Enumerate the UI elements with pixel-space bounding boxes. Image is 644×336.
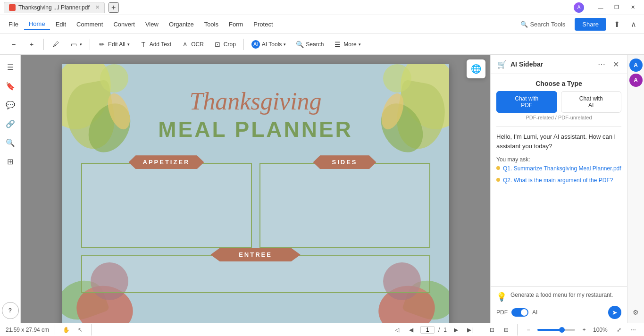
menu-form[interactable]: Form xyxy=(224,19,248,30)
restore-button[interactable]: ❐ xyxy=(609,2,624,13)
prompt-text[interactable]: Generate a food menu for my restaurant. xyxy=(510,291,621,299)
pdf-page: Thanksgiving MEAL PLANNER APPETIZER xyxy=(62,64,449,323)
more-icon: ☰ xyxy=(333,40,342,49)
ai-more-button[interactable]: ⋯ xyxy=(596,59,607,70)
pdf-unrelated-label: PDF-related / PDF-unrelated xyxy=(496,115,621,120)
close-button[interactable]: ✕ xyxy=(625,2,640,13)
view-mode-button[interactable]: ⊟ xyxy=(501,325,511,335)
suggestion-dot-1 xyxy=(496,166,500,170)
right-settings-icon[interactable]: ⚙ xyxy=(629,306,643,319)
search-sidebar-icon[interactable]: 🔍 xyxy=(2,134,19,151)
search-tools-button[interactable]: 🔍 Search Tools xyxy=(515,19,571,30)
zoom-in-button[interactable]: + xyxy=(24,38,40,50)
shape-icon: ▭ xyxy=(69,40,78,49)
menu-home[interactable]: Home xyxy=(24,18,50,30)
pdf-toggle-label: PDF xyxy=(496,309,508,316)
toolbar: − + 🖊 ▭ ▾ ✏ Edit All ▾ T Add Text A OCR … xyxy=(0,34,644,55)
ai-avatar-a-icon[interactable]: A xyxy=(629,59,643,72)
pdf-area[interactable]: 🌐 xyxy=(21,55,490,323)
left-sidebar: ☰ 🔖 💬 🔗 🔍 ⊞ ? xyxy=(0,55,21,323)
pdf-toggle-label-text: PDF xyxy=(496,309,508,316)
link-sidebar-icon[interactable]: 🔗 xyxy=(2,115,19,132)
toggle-knob xyxy=(521,309,527,316)
menu-view[interactable]: View xyxy=(141,19,163,30)
fullscreen-button[interactable]: ⤢ xyxy=(614,325,624,335)
zoom-slider[interactable] xyxy=(537,329,575,331)
file-tab[interactable]: Thanksgiving ...l Planner.pdf ✕ xyxy=(4,2,105,13)
crop-button[interactable]: ⊡ Crop xyxy=(209,38,240,50)
crop-label: Crop xyxy=(224,41,236,48)
prev-page-button[interactable]: ◀ xyxy=(406,325,417,335)
suggestion-dot-2 xyxy=(496,178,500,182)
ai-sidebar-title: AI Sidebar xyxy=(510,60,593,68)
first-page-button[interactable]: ◁ xyxy=(392,325,402,335)
more-status-button[interactable]: ⋯ xyxy=(628,325,638,335)
total-pages: 1 xyxy=(443,327,447,333)
pdf-scroll-area[interactable]: 🌐 xyxy=(21,55,490,323)
layers-icon[interactable]: ⊞ xyxy=(2,153,19,170)
next-page-button[interactable]: ▶ xyxy=(451,325,461,335)
bookmark-icon[interactable]: 🔖 xyxy=(2,77,19,94)
chat-with-pdf-button[interactable]: Chat withPDF xyxy=(496,91,557,113)
thumbnail-icon[interactable]: ☰ xyxy=(2,59,19,76)
section-grid: APPETIZER SIDES xyxy=(72,153,440,248)
fit-page-button[interactable]: ⊡ xyxy=(487,325,497,335)
avatar-circle[interactable]: A xyxy=(572,3,585,12)
pdf-ai-toggle[interactable] xyxy=(511,308,528,317)
more-button[interactable]: ☰ More ▾ xyxy=(329,38,364,50)
ai-sidebar-footer: 💡 Generate a food menu for my restaurant… xyxy=(491,286,627,323)
lightbulb-icon: 💡 xyxy=(496,292,507,302)
ai-close-button[interactable]: ✕ xyxy=(610,59,621,70)
ai-tools-button[interactable]: AI AI Tools ▾ xyxy=(248,38,290,50)
chat-with-ai-button[interactable]: Chat withAI xyxy=(561,91,622,113)
search-button[interactable]: 🔍 Search xyxy=(292,38,327,50)
zoom-knob xyxy=(559,327,565,333)
page-number-input[interactable] xyxy=(420,326,435,334)
add-text-button[interactable]: T Add Text xyxy=(135,38,175,50)
ocr-button[interactable]: A OCR xyxy=(177,38,208,50)
menu-organize[interactable]: Organize xyxy=(164,19,199,30)
highlight-button[interactable]: 🖊 xyxy=(48,38,64,50)
shape-button[interactable]: ▭ ▾ xyxy=(66,38,86,50)
status-sep-2 xyxy=(91,324,92,336)
zoom-in-status-button[interactable]: + xyxy=(579,325,589,335)
collapse-button[interactable]: ∧ xyxy=(627,18,640,31)
send-button[interactable]: ➤ xyxy=(608,306,621,319)
suggestion-2[interactable]: Q2. What is the main argument of the PDF… xyxy=(496,176,621,185)
menu-protect[interactable]: Protect xyxy=(249,19,277,30)
edit-all-button[interactable]: ✏ Edit All ▾ xyxy=(94,38,134,50)
appetizer-section: APPETIZER xyxy=(81,153,252,248)
menu-edit[interactable]: Edit xyxy=(51,19,71,30)
menu-file[interactable]: File xyxy=(4,19,23,30)
ai-icon: AI xyxy=(251,40,260,49)
separator-3 xyxy=(243,39,244,50)
tab-close-btn[interactable]: ✕ xyxy=(95,4,100,10)
new-tab-button[interactable]: + xyxy=(109,2,119,13)
hand-tool-button[interactable]: ✋ xyxy=(61,325,71,335)
share-button[interactable]: Share xyxy=(575,18,606,31)
minimize-button[interactable]: — xyxy=(593,2,608,13)
translate-button[interactable]: 🌐 xyxy=(467,59,485,78)
select-tool-button[interactable]: ↖ xyxy=(75,325,85,335)
tab-file-icon xyxy=(9,4,16,11)
ai-label-text: AI xyxy=(532,309,537,316)
upload-button[interactable]: ⬆ xyxy=(610,18,623,31)
greeting-text: Hello, I'm Lumi, your AI assistant. How … xyxy=(496,132,621,151)
status-sep-1 xyxy=(55,324,55,336)
suggestion-1[interactable]: Q1. Summarize Thanksgiving Meal Planner.… xyxy=(496,165,621,173)
entree-box: ENTREE xyxy=(81,255,430,293)
window-controls: — ❐ ✕ xyxy=(593,2,640,13)
menu-comment[interactable]: Comment xyxy=(72,19,108,30)
last-page-button[interactable]: ▶| xyxy=(465,325,475,335)
help-icon[interactable]: ? xyxy=(2,302,19,319)
type-buttons: Chat withPDF Chat withAI xyxy=(496,91,621,113)
zoom-out-button[interactable]: − xyxy=(6,38,22,50)
zoom-out-status-button[interactable]: − xyxy=(523,325,534,335)
menu-tools[interactable]: Tools xyxy=(200,19,223,30)
zoom-in-icon: + xyxy=(27,40,36,49)
ai-cart-icon[interactable]: 🛒 xyxy=(496,59,508,70)
menu-convert[interactable]: Convert xyxy=(109,19,140,30)
tab-label: Thanksgiving ...l Planner.pdf xyxy=(18,4,90,11)
ai-avatar-b-icon[interactable]: A xyxy=(629,74,643,87)
comment-sidebar-icon[interactable]: 💬 xyxy=(2,96,19,113)
